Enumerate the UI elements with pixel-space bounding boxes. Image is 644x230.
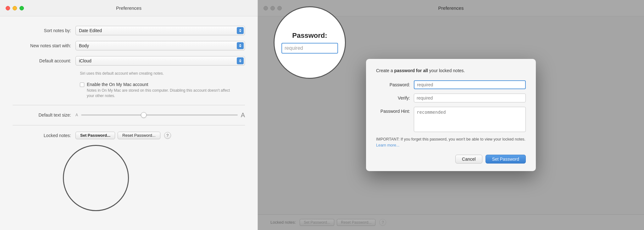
- password-input[interactable]: [414, 80, 526, 89]
- set-password-button[interactable]: Set Password...: [75, 132, 115, 139]
- siri-hint: Siri uses this default account when crea…: [75, 71, 245, 76]
- dialog-intro-text2: your locked notes.: [428, 68, 465, 73]
- hint-input[interactable]: [414, 107, 526, 132]
- dialog-intro-text: Create a: [376, 68, 394, 73]
- on-my-mac-checkbox-row: Enable the On My Mac account Notes in On…: [80, 82, 245, 99]
- hint-field-row: Password Hint:: [376, 107, 526, 132]
- cancel-button[interactable]: Cancel: [455, 155, 482, 164]
- reset-password-button[interactable]: Reset Password...: [118, 132, 160, 139]
- left-titlebar: Preferences: [0, 0, 258, 16]
- left-prefs-content: Sort notes by: Date Edited New notes sta…: [0, 16, 258, 230]
- default-account-select-wrap: iCloud: [75, 56, 245, 66]
- dialog-overlay: Create a password for all your locked no…: [258, 0, 644, 230]
- on-my-mac-checkbox[interactable]: [80, 83, 84, 87]
- default-account-row: Default account: iCloud: [13, 56, 245, 66]
- maximize-button[interactable]: [19, 6, 24, 10]
- text-size-slider[interactable]: [81, 114, 238, 116]
- sort-notes-label: Sort notes by:: [13, 28, 75, 33]
- font-small-icon: A: [75, 113, 78, 117]
- dialog-buttons: Cancel Set Password: [376, 155, 526, 164]
- new-notes-select[interactable]: Body: [75, 41, 245, 50]
- on-my-mac-sublabel: Notes in On My Mac are stored on this co…: [87, 88, 231, 99]
- locked-notes-label: Locked notes:: [13, 133, 75, 138]
- hint-field-label: Password Hint:: [376, 107, 414, 114]
- right-preferences-window: Preferences Locked notes: Set Password..…: [258, 0, 644, 230]
- verify-field-label: Verify:: [376, 95, 414, 101]
- help-button[interactable]: ?: [164, 132, 171, 139]
- left-window-title: Preferences: [116, 5, 142, 11]
- traffic-lights-left: [6, 6, 24, 10]
- dialog-important-text: IMPORTANT: If you forget this password, …: [376, 136, 526, 148]
- sort-notes-row: Sort notes by: Date Edited: [13, 26, 245, 35]
- text-size-row: Default text size: A A: [13, 112, 245, 119]
- verify-input[interactable]: [414, 94, 526, 102]
- verify-field-row: Verify:: [376, 94, 526, 102]
- text-size-slider-wrap: A A: [75, 112, 245, 119]
- password-field-row: Password:: [376, 80, 526, 89]
- password-field-label: Password:: [376, 82, 414, 87]
- locked-notes-row: Locked notes: Set Password... Reset Pass…: [13, 132, 245, 139]
- on-my-mac-label-wrap: Enable the On My Mac account Notes in On…: [87, 82, 231, 99]
- set-password-dialog: Create a password for all your locked no…: [366, 59, 536, 171]
- divider-2: [13, 125, 245, 125]
- dialog-intro: Create a password for all your locked no…: [376, 68, 526, 74]
- set-password-confirm-button[interactable]: Set Password: [486, 155, 526, 164]
- sort-notes-select-wrap: Date Edited: [75, 26, 245, 35]
- minimize-button[interactable]: [13, 6, 17, 10]
- text-size-label: Default text size:: [13, 112, 75, 118]
- sort-notes-select[interactable]: Date Edited: [75, 26, 245, 35]
- new-notes-label: New notes start with:: [13, 43, 75, 48]
- on-my-mac-label: Enable the On My Mac account: [87, 82, 231, 87]
- dialog-intro-bold: password for all: [394, 68, 428, 73]
- learn-more-link[interactable]: Learn more...: [376, 143, 399, 147]
- new-notes-select-wrap: Body: [75, 41, 245, 50]
- default-account-select[interactable]: iCloud: [75, 56, 245, 66]
- left-preferences-window: Preferences Sort notes by: Date Edited N…: [0, 0, 258, 230]
- default-account-label: Default account:: [13, 58, 75, 63]
- slider-thumb[interactable]: [141, 112, 147, 118]
- font-large-icon: A: [241, 112, 245, 119]
- divider-1: [13, 105, 245, 105]
- new-notes-row: New notes start with: Body: [13, 41, 245, 50]
- close-button[interactable]: [6, 6, 10, 10]
